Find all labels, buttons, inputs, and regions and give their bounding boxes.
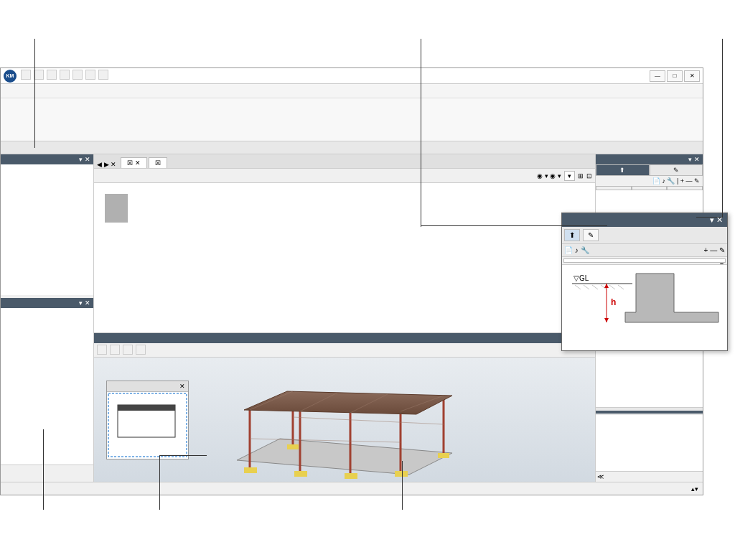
svg-text:h: h xyxy=(611,297,616,307)
3d-tool-icon[interactable] xyxy=(97,345,107,355)
dlg-tab-ref[interactable]: ✎ xyxy=(583,229,599,241)
qa-btn[interactable] xyxy=(98,70,108,80)
svg-rect-1 xyxy=(244,467,257,473)
app-logo: KM xyxy=(4,70,17,83)
svg-text:▽GL: ▽GL xyxy=(574,274,589,282)
minimize-button[interactable]: — xyxy=(650,70,665,82)
svg-rect-6 xyxy=(438,453,449,458)
svg-rect-3 xyxy=(345,473,357,479)
qa-redo-icon[interactable] xyxy=(47,70,57,80)
svg-marker-32 xyxy=(604,284,609,288)
svg-line-30 xyxy=(618,285,624,289)
menubar xyxy=(1,84,703,98)
svg-rect-5 xyxy=(287,444,299,449)
prop-tab-place[interactable]: ⬆ xyxy=(596,164,650,176)
panel-close-icon[interactable]: ▾ ✕ xyxy=(79,299,90,307)
maximize-button[interactable]: □ xyxy=(667,70,683,82)
keyplan-close-icon[interactable]: ✕ xyxy=(179,383,185,390)
keyplan-thumbnail xyxy=(107,392,188,458)
qa-btn[interactable] xyxy=(72,70,83,80)
3d-tool-icon[interactable] xyxy=(123,345,133,355)
qa-undo-icon[interactable] xyxy=(34,70,44,80)
tree-search-input[interactable] xyxy=(1,465,93,468)
foundation-diagram: ▽GL h xyxy=(562,264,727,350)
levels-select[interactable]: ▾ xyxy=(564,171,575,181)
tree-menu-panel: ▾ ✕ xyxy=(1,298,93,482)
3d-tool-icon[interactable] xyxy=(110,345,120,355)
titlebar: KM — □ ✕ xyxy=(1,68,703,84)
ribbon xyxy=(1,98,703,141)
panel-close-icon[interactable]: ▾ ✕ xyxy=(79,156,90,163)
statusbar: ▴▾ xyxy=(1,482,703,495)
svg-marker-0 xyxy=(237,439,452,475)
prop-tab-ref[interactable]: ✎ xyxy=(650,164,703,176)
drawing-controls: ◉ ▾ ◉ ▾ ▾ ⊞ ⊡ xyxy=(94,169,595,183)
svg-line-25 xyxy=(575,285,581,289)
qa-save-icon[interactable] xyxy=(21,70,31,80)
svg-rect-2 xyxy=(294,471,307,477)
fontsize-label: ▴▾ xyxy=(691,485,698,493)
svg-line-19 xyxy=(293,417,444,424)
floorplan-badge xyxy=(105,194,128,223)
panel-close-icon[interactable]: ▾ ✕ xyxy=(688,156,700,163)
svg-rect-4 xyxy=(395,471,408,477)
dlg-tab-place[interactable]: ⬆ xyxy=(564,229,580,241)
qa-btn[interactable] xyxy=(60,70,70,80)
close-button[interactable]: ✕ xyxy=(684,70,700,82)
svg-line-29 xyxy=(609,285,615,289)
qa-btn[interactable] xyxy=(85,70,95,80)
tab-1f[interactable]: ☒ ✕ xyxy=(121,157,147,168)
view-btn-icon[interactable]: ⊡ xyxy=(586,172,592,179)
3d-tool-icon[interactable] xyxy=(136,345,146,355)
sub-toolbar xyxy=(1,141,703,154)
svg-line-18 xyxy=(250,439,401,442)
drawing-tabs: ◀ ▶ ✕ ☒ ✕ ☒ xyxy=(94,154,595,169)
svg-line-26 xyxy=(584,285,589,289)
svg-rect-21 xyxy=(118,405,175,411)
svg-marker-33 xyxy=(604,318,609,322)
keyplan-window[interactable]: ✕ xyxy=(106,381,189,459)
svg-marker-13 xyxy=(244,391,452,414)
part-list-panel: ▾ ✕ xyxy=(1,154,93,298)
foundation-type-select[interactable]: ▾ xyxy=(563,258,726,263)
3d-building-icon xyxy=(208,360,481,489)
property-dialog[interactable]: ▾ ✕ ⬆ ✎ 📄 ♪ 🔧 + — ✎ ▾ ▽GL h xyxy=(561,213,728,351)
tab-1frame[interactable]: ☒ xyxy=(149,157,167,168)
view-btn-icon[interactable]: ⊞ xyxy=(578,172,584,179)
svg-line-27 xyxy=(592,285,598,289)
floorplan-drawing[interactable] xyxy=(94,183,595,332)
